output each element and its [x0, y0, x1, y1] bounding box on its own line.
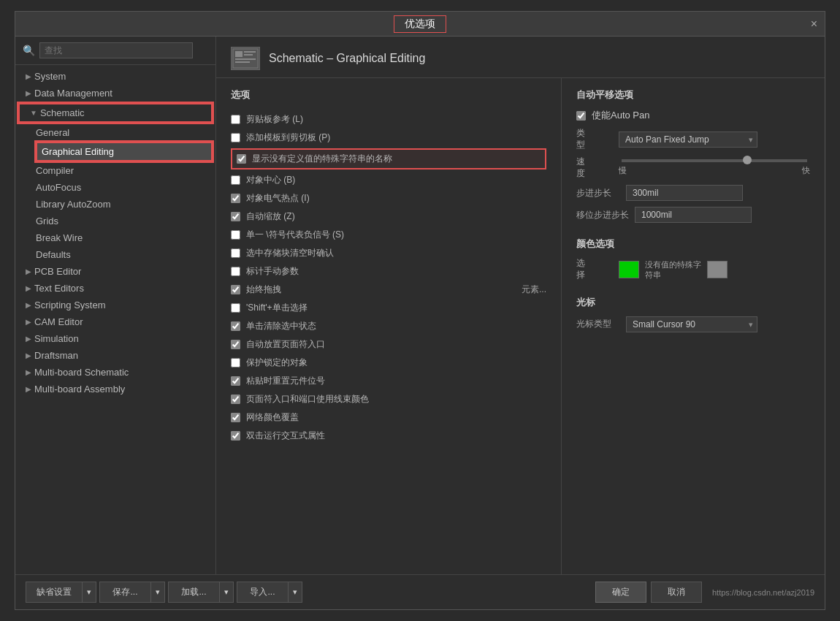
sidebar-item-cam-editor[interactable]: ▶ CAM Editor — [15, 313, 215, 330]
option-label: 单一 \符号代表负信号 (S) — [246, 229, 344, 241]
close-button[interactable]: × — [811, 18, 817, 31]
color-section-title: 颜色选项 — [576, 237, 810, 251]
page-title: Schematic – Graphical Editing — [269, 52, 425, 65]
speed-label: 速 度 — [576, 156, 613, 179]
option-hotspot: 对象电气热点 (I) — [231, 189, 546, 207]
import-dropdown[interactable]: ▾ — [288, 582, 302, 603]
cursor-section-title: 光标 — [576, 296, 810, 309]
option-auto-place-port: 自动放置页面符入口 — [231, 335, 546, 354]
cancel-button[interactable]: 取消 — [651, 582, 702, 603]
checkbox-object-center[interactable] — [231, 175, 240, 185]
sidebar-item-schematic[interactable]: ▼ Schematic — [18, 103, 213, 123]
checkbox-shift-click[interactable] — [231, 303, 240, 313]
sidebar-item-grids[interactable]: Grids — [15, 213, 215, 229]
type-select[interactable]: Auto Pan Fixed Jump Auto Pan ReCenter Ad… — [619, 132, 757, 148]
default-settings-dropdown[interactable]: ▾ — [82, 582, 96, 603]
option-object-center: 对象中心 (B) — [231, 171, 546, 189]
color-select-row: 选 择 没有值的特殊字 符串 — [576, 258, 810, 281]
load-dropdown[interactable]: ▾ — [219, 582, 234, 603]
element-button[interactable]: 元素... — [522, 283, 546, 296]
option-label: 始终拖拽 — [246, 283, 281, 296]
sidebar-item-system[interactable]: ▶ System — [15, 68, 215, 85]
checkbox-add-template[interactable] — [231, 133, 240, 142]
default-settings-button[interactable]: 缺省设置 — [26, 582, 82, 603]
default-settings-group: 缺省设置 ▾ — [26, 582, 96, 603]
arrow-icon: ▶ — [26, 368, 31, 376]
step-input[interactable] — [626, 185, 743, 201]
checkbox-click-deselect[interactable] — [231, 321, 240, 331]
sidebar-item-text-editors[interactable]: ▶ Text Editors — [15, 280, 215, 297]
confirm-button[interactable]: 确定 — [595, 582, 646, 603]
sidebar-item-draftsman[interactable]: ▶ Draftsman — [15, 347, 215, 364]
checkbox-reset-designator[interactable] — [231, 376, 240, 386]
option-label: 显示没有定义值的特殊字符串的名称 — [252, 153, 392, 165]
option-protect-locked: 保护锁定的对象 — [231, 354, 546, 372]
move-step-input[interactable] — [635, 207, 752, 223]
auto-pan-title: 自动平移选项 — [576, 88, 810, 102]
color-swatch-green[interactable] — [619, 261, 639, 278]
import-button[interactable]: 导入... — [237, 582, 288, 603]
option-label: 选中存储块清空时确认 — [246, 247, 334, 259]
search-area: 🔍 — [15, 37, 215, 65]
type-field-row: 类 型 Auto Pan Fixed Jump Auto Pan ReCente… — [576, 128, 810, 151]
option-always-drag: 始终拖拽 元素... — [231, 281, 546, 299]
checkbox-enable-auto-pan[interactable] — [576, 111, 586, 121]
checkbox-autozoom[interactable] — [231, 212, 240, 221]
option-label: 单击清除选中状态 — [246, 320, 316, 332]
footer-right: 确定 取消 https://blog.csdn.net/azj2019 — [595, 582, 814, 603]
option-single-backslash: 单一 \符号代表负信号 (S) — [231, 226, 546, 244]
sidebar-item-label: Multi-board Assembly — [34, 384, 125, 395]
website-label: https://blog.csdn.net/azj2019 — [712, 588, 814, 597]
save-dropdown[interactable]: ▾ — [150, 582, 165, 603]
sidebar-item-simulation[interactable]: ▶ Simulation — [15, 330, 215, 347]
checkbox-confirm-clear[interactable] — [231, 248, 240, 258]
checkbox-mark-manual[interactable] — [231, 267, 240, 276]
sidebar-item-general[interactable]: General — [15, 124, 215, 141]
checkbox-net-color-overlay[interactable] — [231, 413, 240, 422]
sidebar-item-data-management[interactable]: ▶ Data Management — [15, 85, 215, 102]
sidebar-item-multi-board-schematic[interactable]: ▶ Multi-board Schematic — [15, 364, 215, 381]
sidebar-item-break-wire[interactable]: Break Wire — [15, 229, 215, 246]
sidebar-item-library-autozoom[interactable]: Library AutoZoom — [15, 196, 215, 213]
checkbox-single-backslash[interactable] — [231, 230, 240, 240]
sidebar-item-multi-board-assembly[interactable]: ▶ Multi-board Assembly — [15, 381, 215, 397]
cursor-type-select[interactable]: Small Cursor 90 Large Cursor 90 Small Cu… — [626, 316, 757, 332]
sidebar-item-scripting-system[interactable]: ▶ Scripting System — [15, 297, 215, 313]
move-step-row: 移位步进步长 — [576, 207, 810, 223]
sidebar-item-autofocus[interactable]: AutoFocus — [15, 179, 215, 196]
option-net-color-overlay: 网络颜色覆盖 — [231, 408, 546, 427]
color-section: 颜色选项 选 择 没有值的特殊字 符串 — [576, 237, 810, 281]
save-button[interactable]: 保存... — [99, 582, 150, 603]
svg-rect-4 — [235, 58, 256, 60]
checkbox-always-drag[interactable] — [231, 285, 240, 294]
sidebar-item-compiler[interactable]: Compiler — [15, 162, 215, 179]
sidebar-item-label: Break Wire — [36, 232, 83, 243]
checkbox-use-harness-color[interactable] — [231, 395, 240, 404]
option-label: 自动放置页面符入口 — [246, 338, 325, 351]
speed-track — [622, 159, 807, 162]
sidebar-item-pcb-editor[interactable]: ▶ PCB Editor — [15, 263, 215, 280]
sidebar-item-label: CAM Editor — [34, 316, 83, 327]
sidebar-item-label: Graphical Editing — [42, 146, 114, 157]
auto-pan-section: 自动平移选项 使能Auto Pan 类 型 Auto Pan Fixed Jum… — [576, 88, 810, 223]
option-label: 页面符入口和端口使用线束颜色 — [246, 393, 369, 405]
checkbox-clipboard-ref[interactable] — [231, 115, 240, 124]
checkbox-hotspot[interactable] — [231, 194, 240, 203]
sidebar-item-defaults[interactable]: Defaults — [15, 246, 215, 263]
checkbox-protect-locked[interactable] — [231, 358, 240, 367]
sidebar-item-label: Grids — [36, 216, 58, 226]
option-label: 保护锁定的对象 — [246, 357, 308, 369]
import-group: 导入... ▾ — [237, 582, 302, 603]
search-input[interactable] — [39, 42, 193, 58]
enable-auto-pan-row: 使能Auto Pan — [576, 109, 810, 122]
checkbox-auto-place-port[interactable] — [231, 340, 240, 349]
load-button[interactable]: 加载... — [168, 582, 219, 603]
title-bar: 优选项 × — [15, 12, 825, 37]
color-swatch-gray[interactable] — [707, 261, 728, 278]
checkbox-double-click-props[interactable] — [231, 431, 240, 441]
sidebar-item-graphical-editing[interactable]: Graphical Editing — [36, 142, 213, 161]
checkbox-show-undefined[interactable] — [237, 154, 246, 164]
arrow-icon: ▶ — [26, 385, 31, 393]
nav-tree: ▶ System ▶ Data Management ▼ Schematic G… — [15, 65, 215, 574]
arrow-icon: ▶ — [26, 284, 31, 292]
